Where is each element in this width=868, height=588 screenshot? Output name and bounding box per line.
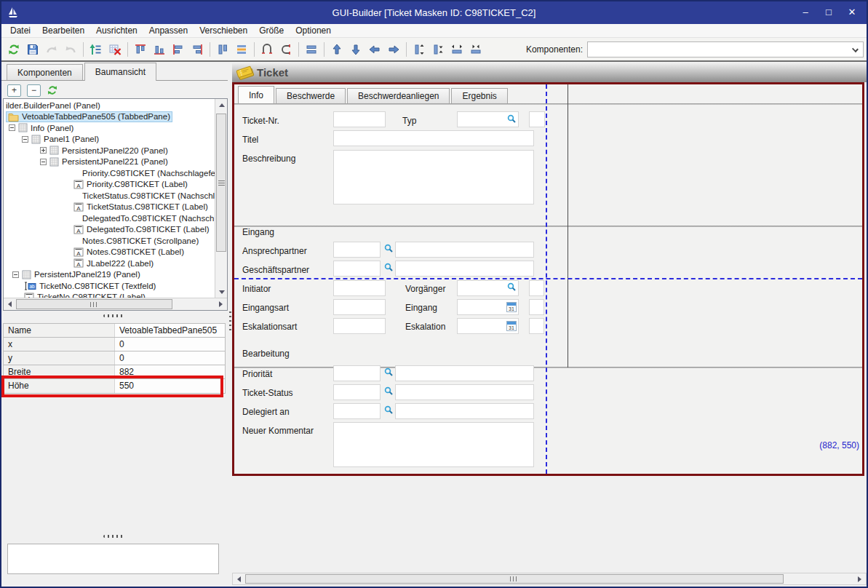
menu-anpassen[interactable]: Anpassen xyxy=(143,24,194,38)
design-canvas[interactable]: Info Beschwerde Beschwerdeanliegen Ergeb… xyxy=(234,84,862,474)
delete-component-button[interactable] xyxy=(105,40,124,59)
minimize-button[interactable]: – xyxy=(795,4,816,20)
tree-item[interactable]: TicketNo.C98TICKET (Textfeld) xyxy=(4,280,215,292)
close-button[interactable]: ✕ xyxy=(842,4,862,20)
tree-vertical-scrollbar[interactable] xyxy=(215,99,227,298)
grow-height-button[interactable] xyxy=(410,40,429,59)
align-right-button[interactable] xyxy=(188,40,207,59)
property-value-x[interactable]: 0 xyxy=(115,338,225,351)
geschaeftspartner-name-input[interactable] xyxy=(395,261,534,277)
align-top-button[interactable] xyxy=(131,40,150,59)
tree-item[interactable]: TicketStatus.C98TICKET (Label) xyxy=(4,202,215,213)
lookup-magnifier-icon[interactable] xyxy=(384,244,394,253)
lookup-magnifier-icon[interactable] xyxy=(384,386,394,396)
property-value-y[interactable]: 0 xyxy=(115,351,225,365)
tree-item[interactable]: PersistentJPanel221 (Panel) xyxy=(4,156,215,168)
maximize-button[interactable]: □ xyxy=(819,4,839,20)
scroll-down-icon[interactable] xyxy=(215,286,228,298)
tree-item[interactable]: Notes.C98TICKET (Scrollpane) xyxy=(4,235,215,247)
initiator-input[interactable] xyxy=(333,280,386,296)
eskalation-extra-input[interactable] xyxy=(529,318,544,334)
ticket-nr-input[interactable] xyxy=(333,111,386,127)
lookup-magnifier-icon[interactable] xyxy=(384,263,394,272)
undo-button[interactable] xyxy=(61,40,80,59)
grow-width-button[interactable] xyxy=(447,40,466,59)
align-bottom-button[interactable] xyxy=(150,40,169,59)
collapse-expander-icon[interactable] xyxy=(9,124,15,131)
scroll-left-icon[interactable] xyxy=(233,573,245,585)
komponenten-combobox[interactable] xyxy=(587,41,864,57)
move-down-button[interactable] xyxy=(346,40,365,59)
eskalationsart-input[interactable] xyxy=(333,318,386,334)
menu-optionen[interactable]: Optionen xyxy=(290,24,337,38)
tree-item[interactable]: Panel1 (Panel) xyxy=(4,134,215,146)
property-value-name[interactable]: VetoableTabbedPane505 xyxy=(115,324,225,337)
menu-verschieben[interactable]: Verschieben xyxy=(194,24,253,38)
menu-ausrichten[interactable]: Ausrichten xyxy=(90,24,143,38)
menu-datei[interactable]: Datei xyxy=(4,24,36,38)
tree-item[interactable]: DelegatedTo.C98TICKET (Nachsch xyxy=(4,212,215,224)
eingangsart-input[interactable] xyxy=(333,299,386,315)
delegiert-an-input[interactable] xyxy=(333,403,381,419)
prioritaet-name-input[interactable] xyxy=(395,365,534,381)
tree-item[interactable]: Priority.C98TICKET (Label) xyxy=(4,179,215,191)
scroll-left-icon[interactable] xyxy=(4,298,16,310)
designer-horizontal-scrollbar[interactable] xyxy=(232,573,867,585)
menu-groesse[interactable]: Größe xyxy=(253,24,290,38)
tab-beschwerde[interactable]: Beschwerde xyxy=(276,88,346,103)
eingang-extra-input[interactable] xyxy=(529,299,544,315)
collapse-all-button[interactable]: − xyxy=(27,84,41,97)
move-left-button[interactable] xyxy=(365,40,384,59)
scroll-right-icon[interactable] xyxy=(215,298,227,310)
titel-input[interactable] xyxy=(333,130,534,146)
tree-item[interactable]: Priority.C98TICKET (Nachschlagefe xyxy=(4,167,215,179)
tree-item[interactable]: Notes.C98TICKET (Label) xyxy=(4,247,215,258)
property-value-breite[interactable]: 882 xyxy=(115,365,225,378)
equal-bars-button[interactable] xyxy=(302,40,321,59)
collapse-expander-icon[interactable] xyxy=(40,159,47,165)
align-left-button[interactable] xyxy=(169,40,188,59)
move-right-button[interactable] xyxy=(384,40,403,59)
vorgaenger-extra-input[interactable] xyxy=(529,280,544,296)
shrink-width-button[interactable] xyxy=(466,40,485,59)
beschreibung-textarea[interactable] xyxy=(333,150,534,204)
property-value-hoehe[interactable]: 550 xyxy=(115,379,225,393)
tree-vscroll-thumb[interactable] xyxy=(216,114,226,252)
ticket-status-input[interactable] xyxy=(333,384,381,400)
ansprechpartner-input[interactable] xyxy=(333,242,381,258)
tree-item-selected[interactable]: VetoableTabbedPane505 (TabbedPane) xyxy=(4,111,215,123)
lookup-magnifier-icon[interactable] xyxy=(384,405,394,415)
tree-item[interactable]: PersistentJPanel219 (Panel) xyxy=(4,269,215,281)
tree-hscroll-thumb[interactable] xyxy=(16,299,172,309)
tree-item[interactable]: DelegatedTo.C98TICKET (Label) xyxy=(4,224,215,236)
match-columns-button[interactable] xyxy=(213,40,232,59)
delegiert-an-name-input[interactable] xyxy=(395,403,534,419)
ticket-status-name-input[interactable] xyxy=(395,384,534,400)
tree-horizontal-scrollbar[interactable] xyxy=(4,298,227,310)
tab-komponenten[interactable]: Komponenten xyxy=(7,64,83,80)
calendar-icon[interactable]: 31 xyxy=(506,321,517,331)
move-up-in-tree-button[interactable] xyxy=(87,40,105,59)
menu-bearbeiten[interactable]: Bearbeiten xyxy=(36,24,90,38)
save-button[interactable] xyxy=(23,40,42,59)
tree-item[interactable]: TicketStatus.C98TICKET (Nachschl xyxy=(4,190,215,202)
same-width-button[interactable] xyxy=(258,40,276,59)
distribute-rows-button[interactable] xyxy=(232,40,251,59)
refresh-tree-icon[interactable] xyxy=(47,84,58,96)
tab-baumansicht[interactable]: Baumansicht xyxy=(84,63,156,81)
expand-expander-icon[interactable] xyxy=(40,147,47,154)
collapse-expander-icon[interactable] xyxy=(22,136,28,143)
tab-ergebnis[interactable]: Ergebnis xyxy=(451,88,507,103)
lookup-magnifier-icon[interactable] xyxy=(384,368,394,377)
ansprechpartner-name-input[interactable] xyxy=(395,242,534,258)
prioritaet-input[interactable] xyxy=(333,365,381,381)
scroll-up-icon[interactable] xyxy=(215,99,228,111)
calendar-icon[interactable]: 31 xyxy=(506,302,517,312)
tab-info[interactable]: Info xyxy=(238,86,274,103)
collapse-expander-icon[interactable] xyxy=(12,271,19,278)
refresh-button[interactable] xyxy=(4,40,23,59)
splitter-handle-dots[interactable] xyxy=(103,535,125,538)
tree-item[interactable]: Info (Panel) xyxy=(4,122,215,134)
redo-button[interactable] xyxy=(42,40,61,59)
scroll-right-icon[interactable] xyxy=(853,573,866,585)
